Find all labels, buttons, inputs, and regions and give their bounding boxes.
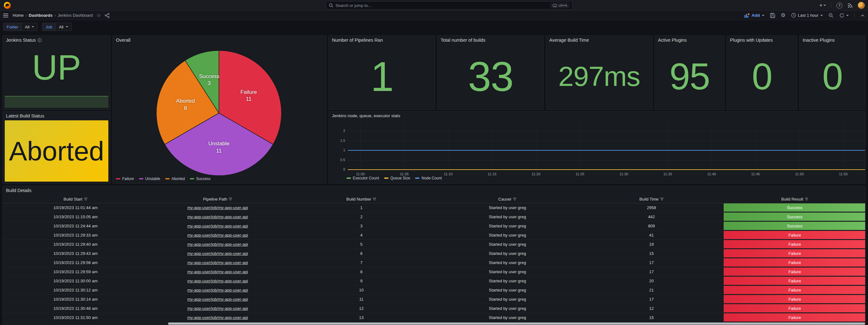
y-axis-label: 0.5 — [333, 158, 345, 162]
legend-item-failure[interactable]: Failure — [116, 176, 134, 181]
y-axis-label: 0 — [333, 167, 345, 171]
build-start-cell: 10/19/2023 11:30:48 am — [3, 306, 148, 311]
column-header-build-start[interactable]: Build Start — [3, 197, 148, 201]
column-header-causer[interactable]: Causer — [436, 197, 579, 201]
pipeline-path-link[interactable]: my-app-user/job/my-app-user-api — [187, 260, 248, 265]
panel-title[interactable]: Build Details — [3, 186, 865, 195]
pipeline-path-link[interactable]: my-app-user/job/my-app-user-api — [187, 306, 248, 311]
filter-funnel-icon[interactable] — [805, 197, 808, 201]
filter-funnel-icon[interactable] — [84, 197, 88, 201]
pipeline-path-link[interactable]: my-app-user/job/my-app-user-api — [187, 269, 248, 274]
pipeline-path-link[interactable]: my-app-user/job/my-app-user-api — [187, 297, 248, 302]
build-result-cell: Success — [724, 213, 866, 221]
table-row: 10/19/2023 11:29:56 ammy-app-user/job/my… — [3, 258, 865, 267]
build-time-cell: 15 — [579, 251, 724, 256]
table-row: 10/19/2023 11:30:12 ammy-app-user/job/my… — [3, 286, 865, 295]
folder-filter[interactable]: Folder All — [3, 23, 38, 31]
legend-item-executor-count[interactable]: Executor Count — [346, 176, 379, 180]
share-icon[interactable] — [104, 13, 110, 18]
panel-title[interactable]: Jenkins node, queue, executor stats — [329, 111, 865, 120]
pipeline-path-cell: my-app-user/job/my-app-user-api — [148, 251, 287, 256]
new-button[interactable]: + — [819, 2, 826, 8]
save-icon[interactable] — [770, 13, 775, 18]
refresh-control[interactable] — [839, 13, 849, 18]
pipeline-path-link[interactable]: my-app-user/job/my-app-user-api — [187, 215, 248, 219]
horizontal-scrollbar[interactable] — [168, 322, 865, 325]
legend-item-unstable[interactable]: Unstable — [139, 176, 160, 181]
zoom-out-icon[interactable] — [829, 13, 834, 18]
build-number-cell: 12 — [287, 306, 436, 311]
legend-swatch — [139, 178, 144, 180]
help-icon[interactable]: ? — [836, 3, 842, 8]
chevron-down-icon — [32, 26, 34, 28]
table-row: 10/19/2023 11:15:05 ammy-app-user/job/my… — [3, 212, 865, 221]
causer-cell: Started by user greg — [436, 260, 579, 265]
column-header-build-number[interactable]: Build Number — [287, 197, 436, 201]
job-filter-value[interactable]: All — [56, 23, 71, 31]
table-row: 10/19/2023 11:24:44 ammy-app-user/job/my… — [3, 221, 865, 231]
column-header-pipeline-path[interactable]: Pipeline Path — [148, 197, 287, 201]
pipeline-path-cell: my-app-user/job/my-app-user-api — [148, 306, 287, 311]
breadcrumb-home[interactable]: Home — [12, 13, 24, 18]
table-row: 10/19/2023 11:30:48 ammy-app-user/job/my… — [3, 304, 865, 313]
legend-item-queue-size[interactable]: Queue Size — [384, 176, 410, 180]
stat-value: 33 — [437, 43, 544, 109]
search-input[interactable]: Search or jump to... ctrl+k — [326, 1, 572, 9]
legend-item-node-count[interactable]: Node Count — [415, 176, 441, 180]
column-header-label: Build Result — [781, 197, 803, 201]
causer-cell: Started by user greg — [436, 233, 579, 237]
x-axis-label: 11:15 — [483, 172, 502, 176]
filter-funnel-icon[interactable] — [660, 197, 663, 201]
column-header-build-result[interactable]: Build Result — [724, 197, 866, 201]
pipeline-path-link[interactable]: my-app-user/job/my-app-user-api — [187, 205, 248, 210]
column-header-build-time[interactable]: Build Time — [579, 197, 724, 201]
job-filter[interactable]: Job All — [42, 23, 71, 31]
folder-filter-label: Folder — [3, 23, 22, 31]
legend-label: Success — [196, 176, 210, 181]
legend-item-aborted[interactable]: Aborted — [165, 176, 185, 181]
pipeline-path-cell: my-app-user/job/my-app-user-api — [148, 269, 287, 274]
panel-active-plugins: Active Plugins 95 — [654, 35, 724, 110]
filter-funnel-icon[interactable] — [229, 197, 232, 201]
pie-label-name: Unstable — [208, 140, 229, 148]
panel-title[interactable]: Overall — [113, 36, 326, 44]
breadcrumb-separator: › — [26, 13, 27, 18]
build-number-cell: 6 — [287, 251, 436, 256]
news-icon[interactable] — [847, 3, 853, 8]
pie-label-name: Failure — [240, 89, 257, 96]
template-variable-bar: Folder All Job All — [0, 20, 868, 33]
filter-funnel-icon[interactable] — [513, 197, 517, 201]
build-number-cell: 7 — [287, 260, 436, 265]
pipeline-path-link[interactable]: my-app-user/job/my-app-user-api — [187, 315, 248, 320]
pipeline-path-link[interactable]: my-app-user/job/my-app-user-api — [187, 233, 248, 237]
build-result-cell: Failure — [724, 295, 866, 303]
panel-title[interactable]: Latest Build Status — [3, 111, 110, 120]
collapse-chevron-up-icon[interactable] — [861, 14, 865, 17]
legend-item-success[interactable]: Success — [190, 176, 210, 181]
add-panel-button[interactable]: Add — [744, 13, 764, 18]
table-body: 10/19/2023 11:01:44 ammy-app-user/job/my… — [3, 203, 865, 325]
menu-icon[interactable] — [3, 13, 8, 18]
folder-filter-value[interactable]: All — [22, 23, 38, 31]
pipeline-path-link[interactable]: my-app-user/job/my-app-user-api — [187, 288, 248, 292]
refresh-interval-caret[interactable] — [846, 15, 849, 16]
pipeline-path-link[interactable]: my-app-user/job/my-app-user-api — [187, 242, 248, 247]
pipeline-path-link[interactable]: my-app-user/job/my-app-user-api — [187, 251, 248, 256]
add-panel-icon — [744, 13, 749, 18]
filter-funnel-icon[interactable] — [373, 197, 376, 201]
favorite-star-icon[interactable]: ☆ — [97, 13, 101, 18]
pipeline-path-cell: my-app-user/job/my-app-user-api — [148, 297, 287, 302]
pipeline-path-link[interactable]: my-app-user/job/my-app-user-api — [187, 279, 248, 283]
x-axis-label: 11:55 — [834, 172, 853, 176]
info-icon[interactable] — [38, 38, 42, 42]
user-avatar[interactable] — [858, 2, 865, 9]
chevron-down-icon — [824, 5, 826, 6]
pipeline-path-link[interactable]: my-app-user/job/my-app-user-api — [187, 224, 248, 228]
job-filter-value-text: All — [59, 25, 63, 29]
settings-gear-icon[interactable]: ⚙ — [781, 13, 785, 18]
x-gridline — [580, 124, 580, 170]
dashboard-toolbar: Home › Dashboards › Jenkins Dashboard ☆ … — [0, 11, 868, 20]
breadcrumb-dashboards[interactable]: Dashboards — [29, 13, 53, 18]
grafana-logo[interactable] — [4, 2, 11, 9]
time-range-picker[interactable]: Last 1 hour — [791, 13, 823, 18]
